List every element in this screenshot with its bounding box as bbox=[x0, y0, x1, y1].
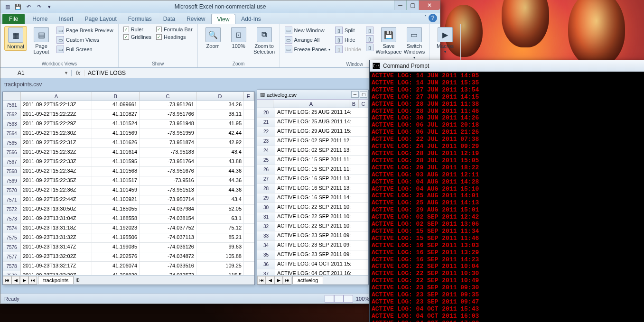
cell[interactable]: ACTIVE LOG: 25 AUG 2011 14:01 bbox=[275, 108, 351, 117]
grid-rows[interactable]: 20ACTIVE LOG: 25 AUG 2011 14:0121ACTIVE … bbox=[257, 108, 368, 275]
cell[interactable]: 42.44 bbox=[196, 129, 244, 138]
custom-views-button[interactable]: ▭Custom Views bbox=[56, 36, 114, 44]
row-header[interactable]: 21 bbox=[257, 118, 275, 127]
view-side-2[interactable]: ▯ bbox=[365, 35, 374, 43]
table-row[interactable]: 75612011-09-22T15:22:13Z41.099661-73.951… bbox=[3, 101, 254, 110]
cell[interactable]: -73.951948 bbox=[140, 120, 196, 129]
column-header[interactable]: E bbox=[244, 92, 253, 100]
cell[interactable]: ACTIVE LOG: 23 SEP 2011 09:47 bbox=[275, 250, 351, 259]
maximize-button[interactable]: ▢ bbox=[406, 0, 419, 10]
cell[interactable]: -74.036126 bbox=[140, 243, 196, 252]
table-row[interactable]: 37ACTIVE LOG: 04 OCT 2011 16:03 bbox=[257, 269, 368, 275]
sheet-tab[interactable]: activelog bbox=[292, 276, 323, 284]
full-screen-button[interactable]: ▭Full Screen bbox=[56, 45, 114, 54]
cell[interactable]: 43.4 bbox=[196, 195, 244, 204]
page-layout-sb-button[interactable] bbox=[334, 295, 344, 303]
cell[interactable]: ACTIVE LOG: 16 SEP 2011 13:03 bbox=[275, 175, 351, 184]
cell[interactable]: 63.1 bbox=[196, 214, 244, 223]
view-side-3[interactable]: ▯ bbox=[365, 43, 374, 52]
page-break-sb-button[interactable] bbox=[344, 295, 353, 303]
row-header[interactable]: 20 bbox=[257, 108, 275, 117]
row-header[interactable]: 7573 bbox=[3, 214, 21, 223]
cell[interactable]: -74.037984 bbox=[140, 205, 196, 214]
cell[interactable]: 41.100827 bbox=[92, 110, 140, 119]
cell[interactable]: 41.195506 bbox=[92, 233, 140, 242]
cell[interactable]: 41.101569 bbox=[92, 129, 140, 138]
cell[interactable]: 2011-09-23T13:31:32Z bbox=[21, 233, 92, 242]
cell[interactable]: ACTIVE LOG: 23 SEP 2011 09:30 bbox=[275, 231, 351, 240]
table-row[interactable]: 20ACTIVE LOG: 25 AUG 2011 14:01 bbox=[257, 108, 368, 118]
cmd-titlebar[interactable]: C:\ Command Prompt bbox=[370, 60, 644, 72]
gridlines-checkbox[interactable]: Gridlines bbox=[122, 34, 152, 40]
view-side-1[interactable]: ▯ bbox=[365, 26, 374, 35]
cell[interactable]: ACTIVE LOG: 04 OCT 2011 15:43 bbox=[275, 260, 351, 269]
cell[interactable]: 2011-09-22T15:22:31Z bbox=[21, 138, 92, 147]
fx-icon[interactable]: fx bbox=[72, 70, 85, 76]
undo-icon[interactable]: ↶ bbox=[24, 2, 33, 11]
table-row[interactable]: 75662011-09-22T15:22:32Z41.101614-73.951… bbox=[3, 148, 254, 157]
cell[interactable]: 2011-09-23T13:31:18Z bbox=[21, 224, 92, 233]
cell[interactable]: 42.92 bbox=[196, 138, 244, 147]
cell[interactable]: -73.951676 bbox=[140, 167, 196, 176]
cell[interactable]: 41.101517 bbox=[92, 176, 140, 185]
table-row[interactable]: 32ACTIVE LOG: 22 SEP 2011 10:49 bbox=[257, 222, 368, 231]
cell[interactable]: 2011-09-22T15:22:32Z bbox=[21, 148, 92, 157]
unhide-button[interactable]: ▯Unhide bbox=[334, 45, 362, 54]
cell[interactable]: 41.101568 bbox=[92, 167, 140, 176]
cell[interactable]: -74.038154 bbox=[140, 214, 196, 223]
cell[interactable]: -73.951513 bbox=[140, 186, 196, 195]
table-row[interactable]: 75642011-09-22T15:22:30Z41.101569-73.951… bbox=[3, 129, 254, 138]
cell[interactable]: -74.037113 bbox=[140, 233, 196, 242]
tab-page-layout[interactable]: Page Layout bbox=[79, 14, 122, 24]
formula-bar-checkbox[interactable]: Formula Bar bbox=[155, 26, 194, 33]
row-header[interactable]: 7564 bbox=[3, 129, 21, 138]
headings-checkbox[interactable]: Headings bbox=[155, 34, 194, 40]
grid-rows[interactable]: 75612011-09-22T15:22:13Z41.099661-73.951… bbox=[3, 101, 254, 275]
row-header[interactable]: 7563 bbox=[3, 120, 21, 129]
cell[interactable]: ACTIVE LOG: 22 SEP 2011 10:30 bbox=[275, 212, 351, 221]
row-header[interactable]: 27 bbox=[257, 175, 275, 184]
cell[interactable]: 41.95 bbox=[196, 120, 244, 129]
row-header[interactable]: 26 bbox=[257, 165, 275, 174]
cell[interactable]: ACTIVE LOG: 23 SEP 2011 09:35 bbox=[275, 241, 351, 250]
cell[interactable]: 41.099661 bbox=[92, 101, 140, 110]
prev-sheet-button[interactable]: ◀ bbox=[11, 276, 20, 285]
cell[interactable]: 44.36 bbox=[196, 176, 244, 185]
cell[interactable]: ACTIVE LOG: 15 SEP 2011 11:46 bbox=[275, 165, 351, 174]
row-header[interactable]: 29 bbox=[257, 193, 275, 202]
table-row[interactable]: 28ACTIVE LOG: 16 SEP 2011 13:29 bbox=[257, 184, 368, 193]
cell[interactable]: -74.034872 bbox=[140, 252, 196, 261]
table-row[interactable]: 75712011-09-22T15:22:44Z41.100921-73.950… bbox=[3, 195, 254, 205]
cell[interactable]: 2011-09-23T13:32:29Z bbox=[21, 271, 92, 275]
cell[interactable]: 43.4 bbox=[196, 148, 244, 157]
cell[interactable]: -74.033516 bbox=[140, 262, 196, 271]
page-break-preview-button[interactable]: ▭Page Break Preview bbox=[56, 26, 114, 35]
row-header[interactable]: 7579 bbox=[3, 271, 21, 275]
tab-insert[interactable]: Insert bbox=[53, 14, 79, 24]
row-header[interactable]: 28 bbox=[257, 184, 275, 193]
normal-view-button[interactable]: ▦ Normal bbox=[4, 26, 27, 51]
cell[interactable]: ACTIVE LOG: 25 AUG 2011 14:13 bbox=[275, 118, 351, 127]
table-row[interactable]: 75702011-09-22T15:22:36Z41.101459-73.951… bbox=[3, 186, 254, 195]
row-header[interactable]: 7578 bbox=[3, 262, 21, 271]
cell[interactable]: ACTIVE LOG: 29 AUG 2011 15:01 bbox=[275, 127, 351, 136]
row-header[interactable]: 31 bbox=[257, 212, 275, 221]
tab-formulas[interactable]: Formulas bbox=[122, 14, 158, 24]
row-header[interactable]: 7570 bbox=[3, 186, 21, 195]
column-header[interactable]: C bbox=[140, 92, 196, 100]
cell[interactable]: ACTIVE LOG: 22 SEP 2011 10:49 bbox=[275, 222, 351, 231]
cell[interactable]: 34.26 bbox=[196, 101, 244, 110]
cell[interactable]: 44.36 bbox=[196, 167, 244, 176]
redo-icon[interactable]: ↷ bbox=[35, 2, 43, 11]
table-row[interactable]: 35ACTIVE LOG: 23 SEP 2011 09:47 bbox=[257, 250, 368, 260]
table-row[interactable]: 25ACTIVE LOG: 15 SEP 2011 11:34 bbox=[257, 156, 368, 165]
column-header[interactable]: A bbox=[273, 100, 349, 108]
cell[interactable]: 41.185055 bbox=[92, 205, 140, 214]
table-row[interactable]: 75622011-09-22T15:22:22Z41.100827-73.951… bbox=[3, 110, 254, 120]
first-sheet-button[interactable]: ⏮ bbox=[257, 276, 266, 285]
cell[interactable]: 41.101595 bbox=[92, 157, 140, 166]
cell[interactable]: ACTIVE LOG: 04 OCT 2011 16:03 bbox=[275, 269, 351, 275]
table-row[interactable]: 27ACTIVE LOG: 16 SEP 2011 13:03 bbox=[257, 175, 368, 184]
row-header[interactable]: 35 bbox=[257, 250, 275, 259]
cell[interactable]: 2011-09-22T15:22:44Z bbox=[21, 195, 92, 204]
